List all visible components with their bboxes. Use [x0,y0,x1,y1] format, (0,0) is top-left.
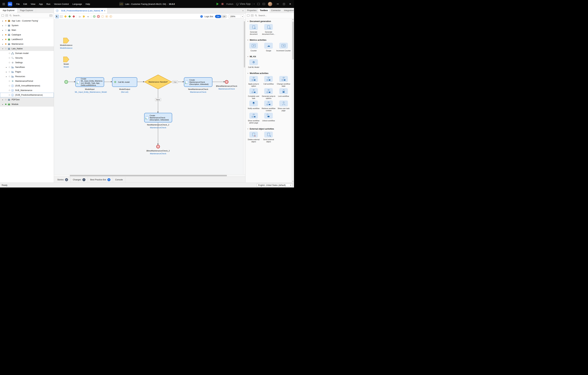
select-tool-icon[interactable] [55,15,59,18]
explorer-search[interactable] [10,14,48,17]
tree-item-sub-maintenance[interactable]: SUB_Maintenance [0,88,54,93]
toolbox-tile[interactable] [249,132,258,137]
collapse-all-icon[interactable] [1,14,4,17]
bottom-tab-best-practice-bot[interactable]: Best Practice Bot 9 [88,177,113,183]
tree-item-pages[interactable]: ▸ Pages [0,70,54,74]
widgets-icon[interactable] [262,3,265,5]
scrollbar-thumb[interactable] [292,21,294,60]
menu-app[interactable]: App [39,3,43,5]
tree-item-security[interactable]: Security [0,56,54,60]
tree-item-catalogue[interactable]: ▸ Catalogue [0,32,54,37]
toolbox-item-notify-workflow[interactable]: Notify workflow [246,100,261,112]
toolbox-tile[interactable] [249,24,258,30]
menu-edit[interactable]: Edit [23,3,27,5]
toolbox-tile[interactable] [249,43,258,49]
toolbox-tile[interactable] [249,59,258,65]
toolbox-tile[interactable] [279,100,288,106]
chevron-down-icon[interactable]: ▾ [254,3,255,5]
menu-version-control[interactable]: Version Control [54,3,69,5]
chevron-down-icon[interactable]: ▾ [290,184,291,186]
panel-tab-connector[interactable]: Connector [270,8,283,13]
sequence-flow-edge[interactable] [104,82,111,82]
toolbox-item-generate-document-from[interactable]: Generate document from... [261,24,276,35]
expand-chevron-icon[interactable]: ▸ [6,71,9,73]
expand-chevron-icon[interactable]: ▾ [2,48,5,50]
sync-selection-icon[interactable] [5,14,8,17]
toolbox-search-input[interactable] [258,14,293,17]
annotation-tool-icon[interactable] [59,15,63,18]
toggle-on[interactable]: On [215,15,221,18]
toggle-off[interactable]: Off [221,16,227,18]
toolbox-tile[interactable] [249,76,258,82]
tree-item-system[interactable]: ▸ System [0,23,54,28]
close-button[interactable]: × [289,2,291,5]
activity-create-model-input[interactable]: Create ML_Input_Entity_Maintenance_Model… [75,77,104,87]
devices-icon[interactable] [257,3,260,5]
expand-chevron-icon[interactable]: ▸ [2,104,5,105]
language-select[interactable]: English, United States (default) ▾ [257,183,292,187]
toolbox-item-delete-external-object[interactable]: Delete external object [246,132,261,143]
expand-chevron-icon[interactable]: ▸ [6,76,9,77]
toolbox-tile[interactable] [264,132,273,137]
chevron-down-icon[interactable]: ▾ [241,15,244,18]
panel-tab-integration[interactable]: Integration [282,8,294,13]
microflow-canvas[interactable]: ModelInstance ModelInstance Model Model … [54,20,245,174]
stop-button[interactable] [221,3,223,5]
menu-run[interactable]: Run [46,3,50,5]
collapse-all-icon[interactable] [247,14,250,17]
run-button[interactable] [217,3,219,5]
tree-item-lato-native[interactable]: ▾ Lato_Native [0,46,54,51]
zoom-select[interactable]: 200% ▾ [229,15,244,18]
toolbox-item-change-workflow-state[interactable]: Change workflow state [276,76,291,87]
expand-chevron-icon[interactable]: ▸ [2,25,5,26]
toolbox-item-unlock-workflow[interactable]: Unlock workflow [261,113,276,124]
sequence-flow-edge[interactable] [137,82,143,82]
toolbox-tile[interactable] [279,76,288,82]
toolbox-item-retrieve-workflow-context[interactable]: Retrieve workflow context [261,100,276,112]
canvas-horizontal-scrollbar[interactable] [54,174,245,177]
toolbox-item-gauge[interactable]: Gauge [261,43,276,52]
activity-create-maintenancecheck-2[interactable]: Create MaintenanceCheck (Description, Is… [144,113,172,123]
expand-chevron-icon[interactable]: ▸ [2,43,5,45]
canvas-vertical-scrollbar[interactable] [243,20,245,174]
scrollbar-thumb[interactable] [244,21,245,68]
activity-call-ml-model[interactable]: Call ML model [112,77,137,87]
menu-language[interactable]: Language [72,3,82,5]
view-app-button[interactable]: View App ▾ [236,2,255,5]
tree-item-nanoflows[interactable]: ▸ Nanoflows [0,65,54,70]
toolbox-tile[interactable] [249,100,258,106]
grid-view-icon[interactable] [50,14,52,17]
error-event-tool-icon[interactable] [72,15,75,18]
close-tab-icon[interactable]: × [104,10,105,12]
toolbox-item-show-workflow-admin-page[interactable]: Show workflow admin page [246,113,261,124]
tree-item-maintenance[interactable]: ▸ Maintenance [0,42,54,46]
explorer-tab-page[interactable]: Page Explorer [17,8,36,13]
maximize-button[interactable] [283,3,285,5]
publish-button[interactable]: Publish [226,3,233,5]
decision-node-maintenance-needed[interactable]: Maintenance Needed? [144,74,172,89]
parameter-node-model[interactable] [63,57,69,63]
end-event-tool-icon[interactable] [96,15,100,18]
toolbox-tile[interactable] [264,24,273,30]
bottom-tab-stories[interactable]: Stories 11 [55,177,71,183]
break-event-tool-icon[interactable] [105,15,108,18]
start-event-node[interactable] [64,80,68,84]
decision-tool-icon[interactable] [63,15,67,18]
sequence-flow-edge[interactable] [212,82,224,82]
toolbox-tile[interactable] [264,43,273,49]
section-header-document-generation[interactable]: ▾ Document generation [245,18,292,24]
expand-chevron-icon[interactable]: ▸ [2,39,5,40]
section-header-ml-kit[interactable]: ▾ ML Kit [245,53,292,59]
toolbar-separator[interactable] [77,15,77,18]
tree-item-domain-model[interactable]: Domain model [0,51,54,56]
end-event-node[interactable] [156,145,160,148]
user-avatar[interactable] [268,2,272,6]
toolbox-tile[interactable] [279,88,288,94]
toolbox-item-send-external-object[interactable]: Send external object [261,132,276,143]
merge-tool-icon[interactable] [68,15,71,18]
menu-file[interactable]: File [16,3,20,5]
menu-view[interactable]: View [31,3,35,5]
start-event-tool-icon[interactable] [92,15,96,18]
section-header-workflow-activities[interactable]: ▾ Workflow activities [245,70,292,76]
tree-item-sub-annualmaintenance[interactable]: (SUB_AnnualMaintenance) [0,83,54,88]
